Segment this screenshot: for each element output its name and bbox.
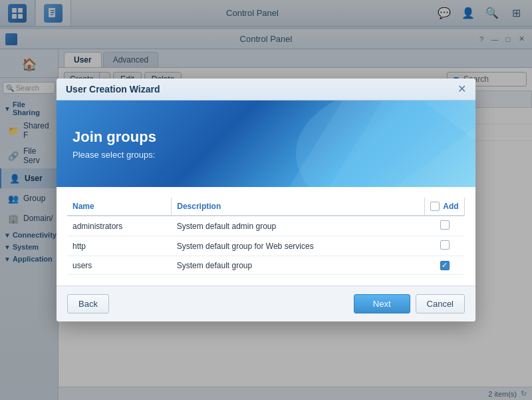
modal-close-button[interactable]: ✕ <box>458 84 466 95</box>
group-name: http <box>67 236 172 256</box>
modal-header: User Creation Wizard ✕ <box>57 79 475 100</box>
modal-title: User Creation Wizard <box>66 84 160 95</box>
group-add-checkbox[interactable] <box>440 220 450 230</box>
group-row[interactable]: http System default group for Web servic… <box>67 236 465 256</box>
group-add-cell: ✓ <box>425 256 465 275</box>
modal-footer: Back Next Cancel <box>57 286 475 321</box>
modal-hero-title: Join groups <box>72 128 460 146</box>
groups-table: Name Description Add administrators <box>67 198 465 275</box>
group-description: System default admin group <box>172 216 425 236</box>
group-add-checkbox[interactable]: ✓ <box>440 261 450 270</box>
modal-footer-right: Next Cancel <box>354 294 465 313</box>
group-name: administrators <box>67 216 172 236</box>
cancel-button[interactable]: Cancel <box>416 294 465 313</box>
col-group-name: Name <box>67 198 172 216</box>
modal-hero: Join groups Please select groups: <box>57 100 475 187</box>
group-row[interactable]: administrators System default admin grou… <box>67 216 465 236</box>
group-add-checkbox[interactable] <box>440 240 450 250</box>
group-row[interactable]: users System default group ✓ <box>67 256 465 275</box>
group-name: users <box>67 256 172 275</box>
select-all-checkbox[interactable] <box>430 202 440 211</box>
next-button[interactable]: Next <box>354 294 410 313</box>
group-add-cell <box>425 216 465 236</box>
group-add-cell <box>425 236 465 256</box>
modal-body: Name Description Add administrators <box>57 187 475 286</box>
back-button[interactable]: Back <box>67 294 109 313</box>
modal-overlay: User Creation Wizard ✕ Join groups Pleas… <box>0 0 532 400</box>
modal-hero-subtitle: Please select groups: <box>72 150 460 160</box>
col-group-add: Add <box>425 198 465 216</box>
group-description: System default group for Web services <box>172 236 425 256</box>
group-description: System default group <box>172 256 425 275</box>
modal: User Creation Wizard ✕ Join groups Pleas… <box>57 79 475 321</box>
col-group-description: Description <box>172 198 425 216</box>
